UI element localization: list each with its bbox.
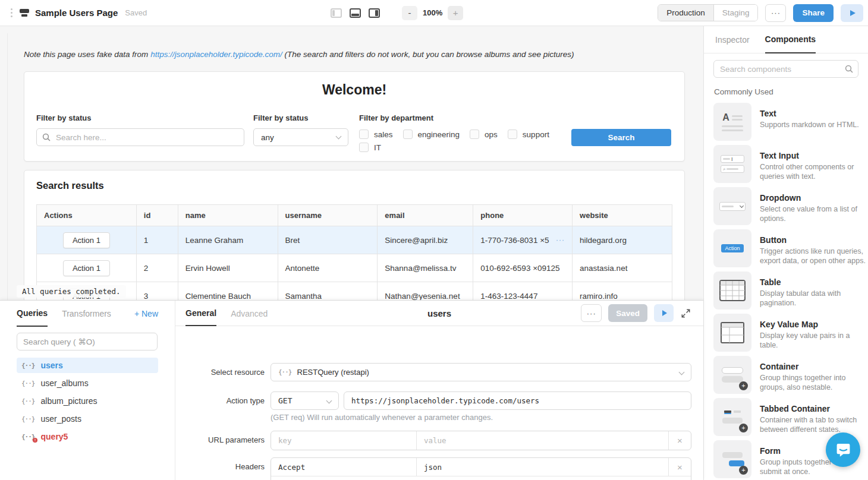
checkbox-icon[interactable]	[470, 130, 479, 139]
checkbox-sales[interactable]: sales	[359, 130, 393, 139]
run-behavior-helper-text: (GET req) Will run automatically wheneve…	[271, 413, 493, 422]
component-table[interactable]: TableDisplay tabular data with paginatio…	[713, 271, 858, 310]
tab-transformers[interactable]: Transformers	[62, 301, 111, 327]
status-dropdown[interactable]: any	[253, 128, 348, 146]
note-link[interactable]: https://jsonplaceholder.typicode.com/	[150, 50, 282, 59]
status-search-input[interactable]	[36, 128, 244, 146]
action-type-select[interactable]: GET	[271, 391, 339, 410]
play-icon	[850, 10, 856, 16]
column-header[interactable]: website	[573, 205, 672, 226]
column-header[interactable]: phone	[473, 205, 573, 226]
query-item-users[interactable]: {··} users	[17, 358, 158, 373]
tab-advanced[interactable]: Advanced	[231, 301, 268, 326]
tab-general[interactable]: General	[185, 301, 216, 326]
row-action-button[interactable]: Action 1	[63, 232, 110, 248]
zoom-in-button[interactable]: +	[448, 6, 463, 20]
query-search-input[interactable]	[17, 333, 158, 350]
chat-widget-button[interactable]	[826, 432, 860, 467]
resource-select[interactable]: {··} RESTQuery (restapi)	[271, 363, 691, 381]
tab-inspector[interactable]: Inspector	[715, 26, 750, 53]
url-input[interactable]	[344, 391, 691, 410]
action-type-label: Action type	[175, 391, 265, 410]
component-dropdown[interactable]: DropdownSelect one value from a list of …	[713, 187, 858, 225]
tab-queries[interactable]: Queries	[17, 301, 48, 327]
query-editor: General Advanced users ··· Saved Select …	[175, 301, 703, 480]
preview-run-button[interactable]	[841, 4, 863, 22]
table-row[interactable]: Action 1 2 Ervin Howell Antonette Shanna…	[37, 254, 672, 282]
toggle-bottom-panel-icon[interactable]	[350, 8, 361, 18]
remove-row-button[interactable]: ×	[668, 458, 691, 476]
param-key-input[interactable]	[271, 431, 417, 450]
query-more-button[interactable]: ···	[581, 304, 602, 322]
row-action-button[interactable]: Action 1	[63, 260, 110, 276]
queries-completed-toast: All queries completed.	[17, 285, 126, 298]
query-list-pane: Queries Transformers + New {··} users {·…	[0, 301, 175, 480]
filter-department-label: Filter by department	[359, 113, 580, 122]
new-query-button[interactable]: + New	[134, 309, 158, 318]
checkbox-icon[interactable]	[359, 130, 369, 139]
component-button[interactable]: Action ButtonTrigger actions like run qu…	[713, 229, 858, 267]
plus-badge-icon: +	[739, 424, 748, 432]
zoom-level: 100%	[423, 8, 442, 17]
checkbox-icon[interactable]	[508, 130, 517, 139]
param-value-input[interactable]	[417, 431, 668, 450]
component-container[interactable]: + ContainerGroup things together into gr…	[713, 356, 858, 394]
components-search-input[interactable]	[713, 60, 858, 78]
plus-badge-icon: +	[739, 381, 748, 390]
text-input-component-icon: I ⌕	[713, 145, 751, 183]
column-header[interactable]: name	[178, 205, 278, 226]
checkbox-support[interactable]: support	[508, 130, 549, 139]
chevron-down-icon	[336, 134, 342, 140]
search-icon	[845, 65, 853, 75]
column-header[interactable]: id	[136, 205, 178, 226]
search-button[interactable]: Search	[571, 129, 671, 146]
column-header[interactable]: email	[378, 205, 473, 226]
table-row[interactable]: Action 1 3 Clementine Bauch Samantha Nat…	[37, 282, 672, 301]
query-item-album-pictures[interactable]: {··} album_pictures	[17, 393, 158, 409]
button-component-icon: Action	[713, 229, 751, 267]
share-button[interactable]: Share	[793, 4, 834, 22]
query-item-user-posts[interactable]: {··} user_posts	[17, 411, 158, 427]
chevron-down-icon	[679, 370, 685, 375]
component-tabbed-container[interactable]: + Tabbed ContainerContainer with a tab t…	[713, 398, 858, 436]
checkbox-engineering[interactable]: engineering	[403, 130, 460, 139]
checkbox-icon[interactable]	[359, 143, 369, 152]
drag-handle-icon[interactable]	[11, 8, 12, 10]
save-status: Saved	[125, 8, 147, 17]
container-component-icon: +	[713, 356, 751, 394]
query-item-query5[interactable]: {··}! query5	[17, 429, 158, 444]
query-item-user-albums[interactable]: {··} user_albums	[17, 375, 158, 391]
right-sidebar: Inspector Components Commonly Used A Tex…	[703, 26, 868, 480]
checkbox-ops[interactable]: ops	[470, 130, 498, 139]
toggle-right-panel-icon[interactable]	[369, 8, 380, 18]
url-parameters-editor: ×	[271, 431, 691, 450]
tab-components[interactable]: Components	[765, 26, 816, 53]
query-saved-button[interactable]: Saved	[608, 304, 647, 322]
checkbox-it[interactable]: IT	[359, 143, 381, 152]
env-production-button[interactable]: Production	[658, 5, 714, 21]
add-header-button[interactable]: + Add new	[271, 476, 691, 480]
remove-row-button[interactable]: ×	[668, 431, 691, 450]
query-run-button[interactable]	[654, 304, 674, 322]
cell-overflow-icon[interactable]: ···	[556, 236, 565, 244]
zoom-out-button[interactable]: -	[402, 6, 417, 20]
key-value-map-component-icon	[713, 314, 751, 352]
pages-icon[interactable]	[20, 9, 29, 17]
table-row[interactable]: Action 1 1 Leanne Graham Bret Sincere@ap…	[37, 226, 672, 254]
header-value-input[interactable]	[417, 458, 668, 476]
search-results-container: Search results Actions id name username …	[24, 170, 685, 300]
header-key-input[interactable]	[271, 458, 417, 476]
component-text-input[interactable]: I ⌕ Text InputControl other components o…	[713, 145, 858, 183]
header-more-button[interactable]: ···	[765, 4, 786, 22]
column-header[interactable]: Actions	[37, 205, 137, 226]
expand-editor-button[interactable]	[680, 308, 691, 319]
app-header: Sample Users Page Saved - 100% + Product…	[0, 0, 868, 26]
column-header[interactable]: username	[278, 205, 378, 226]
component-text[interactable]: A TextSupports markdown or HTML.	[713, 103, 858, 141]
page-title: Sample Users Page	[35, 8, 118, 18]
checkbox-icon[interactable]	[403, 130, 413, 139]
expand-icon	[681, 309, 690, 318]
toggle-left-panel-icon[interactable]	[331, 8, 342, 18]
env-staging-button[interactable]: Staging	[714, 5, 758, 21]
component-key-value-map[interactable]: Key Value MapDisplay key value pairs in …	[713, 314, 858, 352]
